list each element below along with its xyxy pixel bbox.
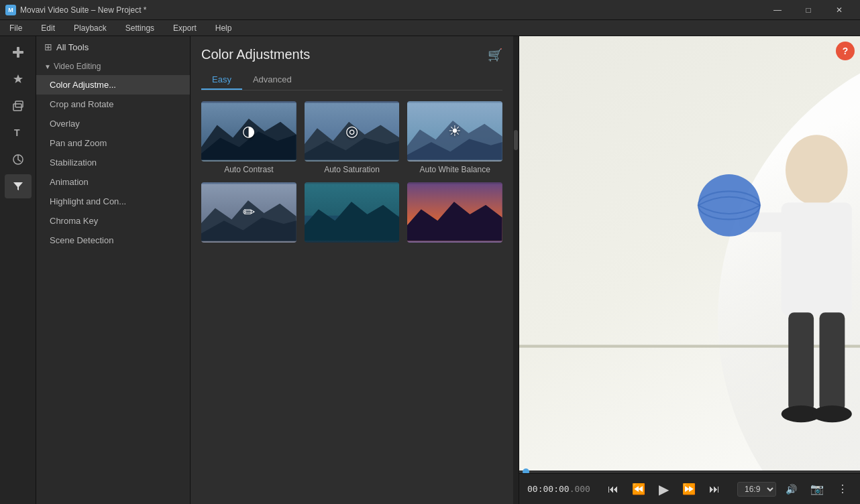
preview-panel: OSMO MOBILE 3 ? 00:00:00.000 ⏮ ⏪ ▶ ⏩ [519, 36, 860, 504]
all-tools-label: All Tools [56, 42, 89, 52]
more-options-button[interactable]: ⋮ [833, 480, 852, 498]
rewind-button[interactable]: ⏪ [628, 480, 649, 498]
menu-item-help[interactable]: Help [211, 22, 236, 34]
tab-easy[interactable]: Easy [201, 70, 242, 90]
svg-point-34 [812, 405, 852, 422]
cart-icon[interactable]: 🛒 [488, 48, 502, 62]
menu-item-file[interactable]: File [5, 22, 26, 34]
filter-auto-saturation-label: Auto Saturation [305, 165, 400, 174]
sidebar-add-media[interactable] [5, 40, 32, 64]
svg-rect-1 [13, 51, 23, 54]
color-adjustments-panel: Color Adjustments 🛒 Easy Advanced [191, 36, 519, 504]
tool-scene-detection[interactable]: Scene Detection [36, 231, 190, 250]
panel-title: Color Adjustments [201, 47, 310, 62]
screenshot-button[interactable]: 📷 [806, 480, 828, 498]
svg-text:T: T [14, 127, 20, 138]
window-controls: — □ ✕ [762, 0, 855, 20]
close-button[interactable]: ✕ [824, 0, 855, 20]
tool-color-adjustments[interactable]: Color Adjustme... [36, 75, 190, 94]
playback-bar: 00:00:00.000 ⏮ ⏪ ▶ ⏩ ⏭ 16:9 4:3 1:1 🔊 📷 … [519, 473, 860, 504]
title-left: M Movavi Video Suite – New Project * [5, 5, 147, 15]
tools-panel: ⊞ All Tools ▼ Video Editing Color Adjust… [36, 36, 191, 504]
panel-header: Color Adjustments 🛒 [201, 47, 502, 62]
forward-end-button[interactable]: ⏭ [705, 481, 724, 498]
main-area: T ⊞ All Tools ▼ Video Editing Color Adju… [0, 36, 860, 504]
tool-stabilization[interactable]: Stabilization [36, 153, 190, 172]
filter-teal[interactable] [305, 182, 400, 246]
saturation-icon: ◎ [345, 123, 358, 140]
filter-auto-wb[interactable]: ☀ Auto White Balance [407, 101, 502, 174]
volume-button[interactable]: 🔊 [782, 481, 801, 497]
rewind-start-button[interactable]: ⏮ [604, 481, 623, 498]
tool-crop-rotate[interactable]: Crop and Rotate [36, 94, 190, 114]
contrast-icon: ◑ [242, 123, 255, 140]
menu-item-settings[interactable]: Settings [121, 22, 158, 34]
all-tools-header[interactable]: ⊞ All Tools [36, 36, 190, 58]
tool-overlay[interactable]: Overlay [36, 114, 190, 133]
sidebar-pin[interactable] [5, 67, 32, 91]
play-button[interactable]: ▶ [655, 479, 673, 500]
app-title: Movavi Video Suite – New Project * [20, 5, 147, 15]
minimize-button[interactable]: — [762, 0, 793, 20]
filter-purple[interactable] [407, 182, 502, 246]
svg-rect-31 [788, 312, 814, 411]
sidebar-overlay[interactable] [5, 94, 32, 118]
filter-auto-saturation[interactable]: ◎ Auto Saturation [305, 101, 400, 174]
title-bar: M Movavi Video Suite – New Project * — □… [0, 0, 860, 20]
tool-animation[interactable]: Animation [36, 172, 190, 192]
icon-sidebar: T [0, 36, 36, 504]
menu-bar: FileEditPlaybackSettingsExportHelp [0, 20, 860, 36]
menu-item-playback[interactable]: Playback [70, 22, 111, 34]
wb-icon: ☀ [448, 123, 462, 140]
maximize-button[interactable]: □ [793, 0, 824, 20]
aspect-ratio-select[interactable]: 16:9 4:3 1:1 [737, 482, 776, 497]
forward-button[interactable]: ⏩ [678, 480, 700, 498]
panel-scrollbar[interactable] [513, 36, 519, 504]
video-editing-section[interactable]: ▼ Video Editing [36, 58, 190, 75]
menu-item-edit[interactable]: Edit [37, 22, 59, 34]
filter-auto-contrast[interactable]: ◑ Auto Contrast [201, 101, 297, 174]
menu-item-export[interactable]: Export [169, 22, 201, 34]
tool-highlight[interactable]: Highlight and Con... [36, 192, 190, 211]
section-label: Video Editing [54, 62, 101, 71]
svg-rect-27 [782, 202, 852, 315]
svg-rect-32 [819, 312, 845, 411]
filter-grid: ◑ Auto Contrast ◎ Auto [201, 101, 502, 246]
help-button[interactable]: ? [836, 42, 855, 60]
filter-auto-contrast-label: Auto Contrast [201, 165, 297, 174]
sidebar-filters[interactable] [5, 174, 32, 198]
filter-auto-wb-label: Auto White Balance [407, 165, 502, 174]
tool-chroma-key[interactable]: Chroma Key [36, 211, 190, 231]
grid-icon: ⊞ [44, 42, 52, 52]
filter-wand[interactable]: ✏ [201, 182, 297, 246]
tab-advanced[interactable]: Advanced [242, 70, 303, 90]
preview-area: OSMO MOBILE 3 ? [519, 36, 860, 473]
sidebar-text[interactable]: T [5, 121, 32, 145]
panel-tabs: Easy Advanced [201, 70, 502, 90]
svg-point-29 [698, 174, 761, 237]
app-icon: M [5, 5, 16, 15]
time-display: 00:00:00.000 [527, 484, 590, 494]
svg-point-26 [786, 135, 848, 205]
sidebar-transitions[interactable] [5, 147, 32, 172]
section-arrow: ▼ [44, 63, 51, 70]
tool-pan-zoom[interactable]: Pan and Zoom [36, 133, 190, 153]
